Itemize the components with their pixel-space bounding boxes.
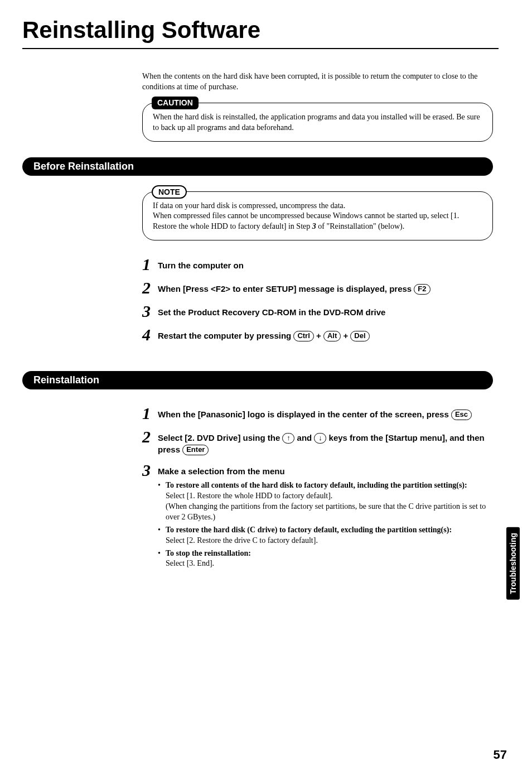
step-number: 2 [142,428,158,445]
note-label: NOTE [152,185,187,199]
caution-label: CAUTION [152,97,199,109]
step-text: When the [Panasonic] logo is displayed i… [158,405,493,420]
option-1: To restore all contents of the hard disk… [158,480,493,523]
option-head: To restore all contents of the hard disk… [166,481,467,489]
key-ctrl: Ctrl [293,331,313,341]
step-text: Restart the computer by pressing Ctrl + … [158,326,493,341]
intro-paragraph: When the contents on the hard disk have … [142,71,493,93]
key-alt: Alt [323,331,341,341]
before-step-3: 3 Set the Product Recovery CD-ROM in the… [142,303,493,320]
option-body: Select [1. Restore the whole HDD to fact… [166,491,493,523]
note-box: NOTE If data on your hard disk is compre… [142,191,493,241]
step-text: When [Press <F2> to enter SETUP] message… [158,280,493,295]
before-step-1: 1 Turn the computer on [142,256,493,273]
reinstall-step-3: 3 Make a selection from the menu To rest… [142,462,493,571]
title-underline [22,48,499,49]
step-text: Turn the computer on [158,256,493,271]
key-down-arrow: ↓ [314,433,326,444]
option-3: To stop the reinstallation: Select [3. E… [158,548,493,570]
option-body: Select [3. End]. [166,558,493,569]
note-line2a: When compressed files cannot be uncompre… [153,211,459,230]
option-head: To stop the reinstallation: [166,549,251,557]
step-text: Select [2. DVD Drive] using the ↑ and ↓ … [158,428,493,455]
before-step-4: 4 Restart the computer by pressing Ctrl … [142,326,493,343]
reinstall-step-2: 2 Select [2. DVD Drive] using the ↑ and … [142,428,493,455]
note-line1: If data on your hard disk is compressed,… [153,201,345,210]
reinstall-step-1: 1 When the [Panasonic] logo is displayed… [142,405,493,422]
before-step-2: 2 When [Press <F2> to enter SETUP] messa… [142,280,493,296]
section-before-reinstallation: Before Reinstallation [22,157,493,176]
step-number: 3 [142,462,158,479]
side-tab-troubleshooting: Troubleshooting [506,527,520,600]
option-head: To restore the hard disk (C drive) to fa… [166,526,452,534]
note-line2b: of "Reinstallation" (below). [316,222,404,230]
options-list: To restore all contents of the hard disk… [158,480,493,569]
key-up-arrow: ↑ [282,433,294,444]
plus: + [341,331,350,340]
caution-box: CAUTION When the hard disk is reinstalle… [142,103,493,142]
plus: + [314,331,323,340]
key-f2: F2 [414,284,430,295]
caution-text: When the hard disk is reinstalled, the a… [153,113,480,132]
step-number: 2 [142,280,158,296]
step-and: and [294,433,314,442]
step-text-part: Select [2. DVD Drive] using the [158,433,282,442]
section-reinstallation: Reinstallation [22,371,493,389]
step-heading: Make a selection from the menu [158,466,285,476]
option-2: To restore the hard disk (C drive) to fa… [158,525,493,546]
step-number: 1 [142,256,158,273]
page-title: Reinstalling Software [22,17,499,44]
key-enter: Enter [182,445,209,455]
step-number: 1 [142,405,158,422]
key-esc: Esc [451,410,472,420]
step-text-part: Restart the computer by pressing [158,331,293,340]
step-text: Set the Product Recovery CD-ROM in the D… [158,303,493,318]
note-step-ref: 3 [312,222,316,230]
step-text-part: When the [Panasonic] logo is displayed i… [158,410,451,419]
key-del: Del [350,331,369,341]
step-text-part: When [Press <F2> to enter SETUP] message… [158,284,414,293]
step-number: 3 [142,303,158,320]
step-number: 4 [142,326,158,343]
step-text: Make a selection from the menu To restor… [158,462,493,571]
option-body: Select [2. Restore the drive C to factor… [166,536,493,546]
page-number: 57 [494,748,507,762]
